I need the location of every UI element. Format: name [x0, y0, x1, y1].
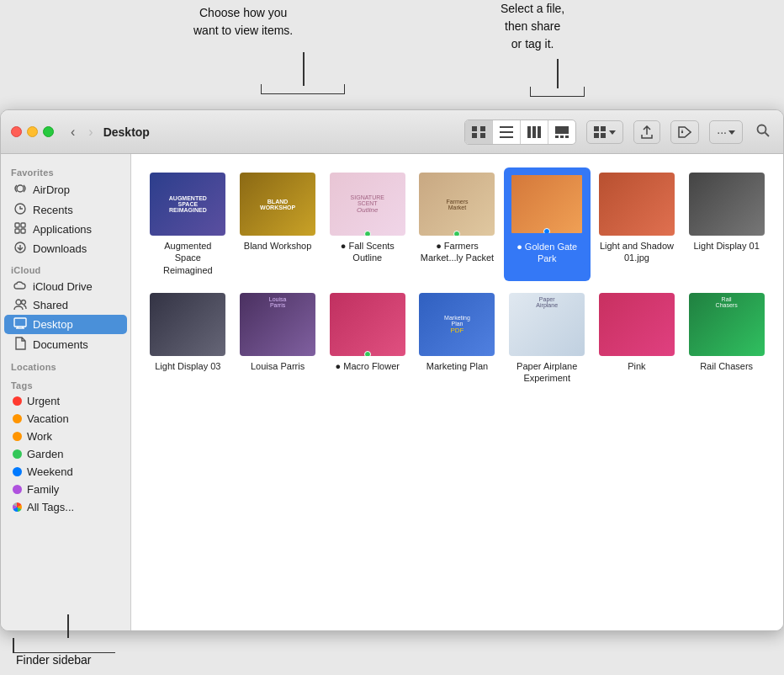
back-button[interactable]: ‹: [67, 123, 78, 141]
locations-section-label: Locations: [1, 355, 130, 374]
view-icon-button[interactable]: [465, 120, 493, 144]
file-item-macro[interactable]: ● Macro Flower: [324, 288, 411, 390]
svg-rect-10: [555, 126, 569, 134]
sidebar-item-shared[interactable]: Shared: [4, 295, 127, 315]
file-item-pink[interactable]: Pink: [594, 288, 681, 390]
file-name-light03: Light Display 03: [155, 360, 220, 372]
file-thumb-fall: SIGNATURESCENTOutline: [330, 173, 405, 236]
file-item-golden[interactable]: ● Golden Gate Park: [504, 167, 591, 281]
file-name-rail: Rail Chasers: [700, 360, 753, 372]
finder-window: ‹ › Desktop: [0, 109, 784, 631]
file-item-light-shadow[interactable]: Light and Shadow 01.jpg: [594, 167, 681, 281]
sidebar-item-tag-family[interactable]: Family: [4, 481, 127, 498]
file-item-light03[interactable]: Light Display 03: [145, 288, 231, 390]
svg-rect-2: [472, 133, 477, 138]
icloud-drive-label: iCloud Drive: [33, 280, 93, 293]
sidebar-item-tag-urgent[interactable]: Urgent: [4, 392, 127, 410]
file-name-golden: ● Golden Gate Park: [509, 240, 585, 266]
file-name-bland: Bland Workshop: [244, 240, 312, 252]
shared-label: Shared: [33, 299, 68, 311]
file-item-louisa[interactable]: LouisaParris Louisa Parris: [235, 288, 321, 390]
sidebar-item-icloud-drive[interactable]: iCloud Drive: [4, 277, 127, 295]
file-thumb-farmers: FarmersMarket: [419, 173, 495, 236]
svg-rect-14: [594, 126, 599, 131]
downloads-label: Downloads: [33, 242, 87, 255]
svg-point-23: [17, 185, 24, 192]
group-by-button[interactable]: [586, 120, 623, 144]
svg-point-31: [22, 300, 26, 305]
file-item-rail[interactable]: RailChasers Rail Chasers: [683, 288, 770, 390]
file-item-marketing[interactable]: MarketingPlanPDF Marketing Plan: [414, 288, 501, 390]
svg-rect-4: [500, 126, 513, 128]
svg-rect-27: [15, 229, 19, 233]
file-item-fall[interactable]: SIGNATURESCENTOutline ● Fall Scents Outl…: [324, 167, 411, 281]
recents-icon: [13, 203, 28, 217]
sidebar-item-applications[interactable]: Applications: [4, 220, 127, 239]
all-tags-dot: [13, 502, 22, 512]
sidebar-item-desktop[interactable]: Desktop: [4, 315, 127, 334]
finder-sidebar-label: Finder sidebar: [16, 653, 92, 667]
file-thumb-rail: RailChasers: [689, 293, 765, 356]
file-name-marketing: Marketing Plan: [426, 360, 488, 372]
documents-icon: [13, 337, 28, 353]
shared-icon: [13, 298, 28, 312]
share-button[interactable]: [633, 120, 660, 144]
icloud-drive-icon: [13, 279, 28, 293]
svg-point-19: [681, 130, 683, 132]
svg-rect-16: [594, 133, 599, 138]
sidebar-item-tag-work[interactable]: Work: [4, 428, 127, 445]
view-gallery-button[interactable]: [548, 120, 575, 144]
file-thumb-golden: [509, 173, 585, 236]
sidebar: Favorites AirDrop Recents Applications: [1, 154, 131, 630]
sidebar-item-documents[interactable]: Documents: [4, 334, 127, 355]
file-item-farmers[interactable]: FarmersMarket ● Farmers Market...ly Pack…: [414, 167, 501, 281]
family-tag-label: Family: [27, 483, 59, 496]
view-column-button[interactable]: [521, 120, 548, 144]
view-list-button[interactable]: [493, 120, 521, 144]
file-name-light-shadow: Light and Shadow 01.jpg: [599, 240, 675, 264]
sidebar-item-airdrop[interactable]: AirDrop: [4, 179, 127, 200]
airdrop-icon: [13, 182, 28, 198]
garden-tag-dot: [13, 449, 22, 459]
window-body: Favorites AirDrop Recents Applications: [1, 154, 783, 630]
svg-rect-7: [527, 126, 531, 138]
callout-bracket-right: [530, 87, 585, 97]
file-item-bland[interactable]: BLANDWORKSHOP Bland Workshop: [235, 167, 321, 281]
svg-rect-13: [565, 136, 569, 138]
svg-rect-28: [21, 229, 25, 233]
sidebar-item-tag-vacation[interactable]: Vacation: [4, 410, 127, 428]
vacation-tag-dot: [13, 414, 22, 423]
file-thumb-bland: BLANDWORKSHOP: [240, 173, 315, 236]
callout-view-items: Choose how youwant to view items.: [193, 4, 293, 40]
svg-rect-5: [500, 131, 513, 133]
file-name-light01: Light Display 01: [694, 240, 760, 252]
svg-rect-15: [601, 126, 606, 131]
file-item-paper[interactable]: PaperAirplane Paper Airplane Experiment: [504, 288, 591, 390]
maximize-button[interactable]: [43, 126, 54, 137]
file-name-augmented: Augmented Space Reimagined: [150, 240, 225, 276]
sidebar-item-tag-garden[interactable]: Garden: [4, 445, 127, 463]
file-thumb-augmented: AUGMENTEDSPACEREIMAGINED: [150, 173, 225, 236]
sidebar-item-tag-weekend[interactable]: Weekend: [4, 463, 127, 481]
tag-button[interactable]: [670, 120, 699, 144]
sidebar-item-downloads[interactable]: Downloads: [4, 239, 127, 258]
file-item-light01[interactable]: Light Display 01: [683, 167, 770, 281]
file-thumb-light01: [689, 173, 765, 236]
file-name-paper: Paper Airplane Experiment: [509, 360, 585, 385]
file-thumb-paper: PaperAirplane: [509, 293, 585, 356]
svg-marker-20: [728, 130, 735, 135]
view-mode-group: [464, 120, 576, 145]
more-button[interactable]: ···: [709, 120, 743, 144]
forward-button[interactable]: ›: [85, 123, 96, 141]
close-button[interactable]: [11, 126, 22, 137]
file-item-augmented[interactable]: AUGMENTEDSPACEREIMAGINED Augmented Space…: [145, 167, 231, 281]
sidebar-item-tag-all[interactable]: All Tags...: [4, 498, 127, 516]
svg-rect-26: [21, 223, 25, 227]
svg-point-30: [16, 300, 21, 305]
window-title: Desktop: [103, 125, 150, 139]
urgent-tag-dot: [13, 396, 22, 406]
weekend-tag-label: Weekend: [27, 465, 73, 478]
sidebar-item-recents[interactable]: Recents: [4, 200, 127, 220]
search-button[interactable]: [753, 120, 773, 144]
minimize-button[interactable]: [27, 126, 38, 137]
